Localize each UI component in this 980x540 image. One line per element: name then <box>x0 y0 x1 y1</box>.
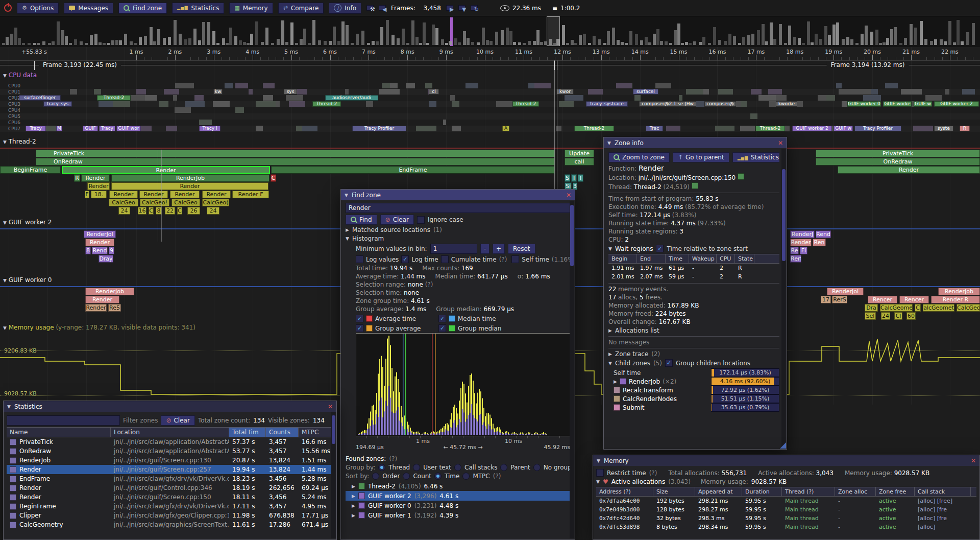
checkbox-log-values[interactable] <box>356 255 363 263</box>
zone-r[interactable]: R <box>74 174 80 182</box>
group-children-checkbox[interactable] <box>665 359 673 367</box>
series-toggle-group-average[interactable]: Group average <box>356 324 438 332</box>
frame-bar[interactable] <box>583 34 586 45</box>
cpu-zone-sys[interactable]: sys <box>284 89 297 95</box>
thread-header-thread-2[interactable]: Thread-2 <box>3 138 36 145</box>
zone-render[interactable]: Render <box>838 166 980 174</box>
frame-timeline-strip[interactable] <box>0 16 980 48</box>
zone-renderjol[interactable]: RenderJol <box>827 288 864 295</box>
cpu-activity-bar[interactable] <box>901 89 921 95</box>
zone-privatetick[interactable]: PrivateTick <box>816 150 980 157</box>
cpu-activity-bar[interactable] <box>750 113 757 119</box>
toolbar-button-compare[interactable]: ⇄Compare <box>278 3 324 14</box>
stats-column-mtpc[interactable]: MTPC <box>299 428 332 437</box>
frame-bar[interactable] <box>482 28 485 45</box>
frame-bar[interactable] <box>553 43 556 45</box>
zone-renderjob[interactable]: RenderJob <box>85 288 134 295</box>
allocation-row[interactable]: 0x7dfc42d64032 bytes298.3 ms59.95 sMain … <box>596 514 976 523</box>
frame-bar[interactable] <box>207 22 210 45</box>
zone-render-r[interactable]: Render R <box>931 296 980 303</box>
frame-bar[interactable] <box>855 43 859 45</box>
frame-bar[interactable] <box>99 42 102 45</box>
zone-render[interactable]: Render <box>111 182 268 190</box>
frame-bar[interactable] <box>920 21 923 45</box>
scrollbar[interactable] <box>570 201 574 538</box>
frame-label[interactable]: Frame 3,193 (22.45 ms) <box>39 61 121 68</box>
frame-bar[interactable] <box>677 24 680 45</box>
cpu-activity-bar[interactable] <box>173 95 177 101</box>
child-zone-self-time[interactable]: Self time172.14 μs (3.83%) <box>614 368 779 377</box>
cpu-zone-tracy-profiler[interactable]: Tracy Profiler <box>352 126 406 131</box>
find-zone-search-input[interactable] <box>346 203 572 213</box>
frame-bar[interactable] <box>957 20 960 45</box>
checkbox-cumulate-time[interactable] <box>441 255 449 263</box>
frame-bar[interactable] <box>513 42 516 45</box>
frame-bar[interactable] <box>665 41 668 45</box>
child-zone-renderjob[interactable]: RenderJob(×2)4.16 ms (92.60%) <box>614 377 779 386</box>
frame-bar[interactable] <box>724 41 727 45</box>
frame-bar[interactable] <box>188 38 191 45</box>
toolbar-button-info[interactable]: iInfo <box>329 3 361 14</box>
frame-bar[interactable] <box>828 35 831 45</box>
cpu-activity-bar[interactable] <box>263 95 273 101</box>
frame-bar[interactable] <box>669 43 672 45</box>
frame-bar[interactable] <box>458 42 461 45</box>
frame-bar[interactable] <box>693 41 696 45</box>
frame-bar[interactable] <box>124 34 127 45</box>
cpu-activity-bar[interactable] <box>136 89 146 95</box>
cpu-activity-bar[interactable] <box>465 83 478 88</box>
frame-bar[interactable] <box>329 41 332 45</box>
frame-bar[interactable] <box>119 40 122 45</box>
zone-rend[interactable]: Rend <box>816 230 831 238</box>
frame-bar[interactable] <box>65 36 68 45</box>
zone-24[interactable]: 24 <box>118 207 130 215</box>
frame-bar[interactable] <box>904 38 907 45</box>
frame-bar[interactable] <box>540 42 543 45</box>
cpu-zone-guif-worker-0[interactable]: GUIF worker 0 <box>847 101 881 107</box>
frame-bar[interactable] <box>168 37 171 45</box>
frame-bar[interactable] <box>477 42 480 45</box>
frame-bar[interactable] <box>139 37 142 45</box>
frame-bar[interactable] <box>953 42 956 45</box>
frame-bar[interactable] <box>807 21 810 45</box>
cpu-activity-bar[interactable] <box>390 83 398 88</box>
frame-bar[interactable] <box>910 24 913 45</box>
frame-bar[interactable] <box>924 39 927 45</box>
toolbar-button-messages[interactable]: Messages <box>64 3 113 14</box>
frame-bar[interactable] <box>467 38 470 45</box>
stats-row-renderjob[interactable]: RenderJobjni/../jni/src/guif/Screen.cpp:… <box>7 456 333 465</box>
frame-bar[interactable] <box>645 37 648 45</box>
cpu-activity-bar[interactable] <box>559 101 574 107</box>
frame-bar[interactable] <box>397 38 400 45</box>
frame-bar[interactable] <box>229 28 232 45</box>
cpu-zone-tracy[interactable]: Tracy <box>26 126 46 131</box>
frame-bar[interactable] <box>471 42 474 45</box>
cpu-activity-bar[interactable] <box>925 95 942 101</box>
frame-bar[interactable] <box>625 43 628 45</box>
find-button[interactable]: Find <box>346 215 377 225</box>
stats-column-total-tim[interactable]: Total tim <box>229 428 266 437</box>
frame-bar[interactable] <box>423 22 426 45</box>
frame-bar[interactable] <box>765 41 768 45</box>
zone-24[interactable]: 24 <box>207 207 219 215</box>
cpu-activity-bar[interactable] <box>302 126 317 131</box>
zone-render[interactable]: Render <box>109 191 138 198</box>
frame-bar[interactable] <box>689 43 692 45</box>
frame-bar[interactable] <box>757 30 760 45</box>
cpu-activity-bar[interactable] <box>913 126 934 131</box>
frame-bar[interactable] <box>61 30 64 45</box>
cpu-activity-bar[interactable] <box>565 95 583 101</box>
frame-bar[interactable] <box>265 28 268 45</box>
frame-dropdown-button[interactable]: ▼ <box>458 5 465 11</box>
frame-bar[interactable] <box>612 28 615 45</box>
cpu-activity-bar[interactable] <box>406 83 415 88</box>
cpu-zone-guif-worke[interactable]: GUIF worke <box>883 101 912 107</box>
frame-bar[interactable] <box>528 41 531 45</box>
zoom-to-zone-button[interactable]: Zoom to zone <box>608 152 670 162</box>
zone-17[interactable]: 17 <box>821 296 831 303</box>
wait-column-wakeup[interactable]: Wakeup <box>689 254 717 263</box>
cpu-zone-tracy[interactable]: Tracy <box>99 126 115 131</box>
frame-bar[interactable] <box>285 42 288 45</box>
radio-sortby-time[interactable] <box>434 473 442 480</box>
frame-bar[interactable] <box>271 43 274 45</box>
